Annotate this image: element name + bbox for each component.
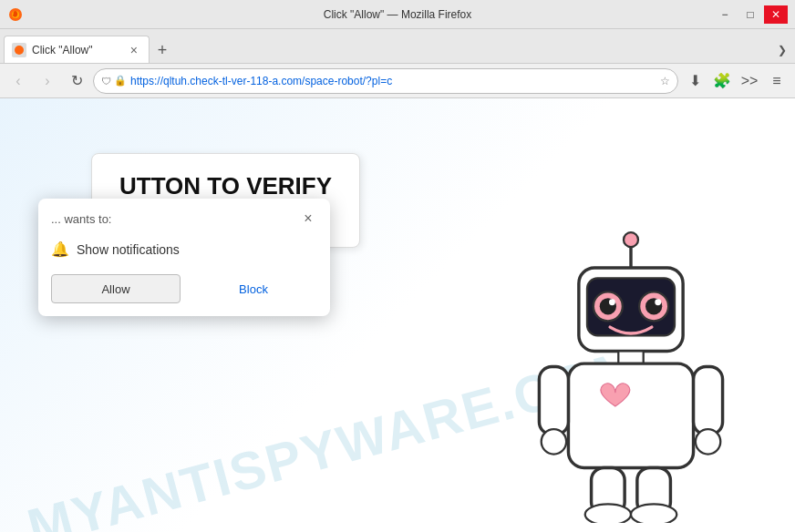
hamburger-menu-button[interactable]: ≡ xyxy=(764,68,790,94)
tab-bar-end: ❯ xyxy=(773,41,791,63)
more-tools-button[interactable]: >> xyxy=(737,68,762,94)
lock-icon: 🔒 xyxy=(114,75,127,87)
shield-icon: 🛡 xyxy=(101,76,111,87)
svg-rect-14 xyxy=(568,363,693,467)
permission-text: Show notifications xyxy=(77,242,180,257)
allow-button[interactable]: Allow xyxy=(51,274,181,303)
bell-icon: 🔔 xyxy=(51,240,69,258)
maximize-button[interactable]: □ xyxy=(738,5,762,24)
popup-close-button[interactable]: × xyxy=(299,210,317,228)
svg-point-21 xyxy=(585,504,631,523)
back-button[interactable]: ‹ xyxy=(5,68,31,94)
notification-popup: ... wants to: × 🔔 Show notifications All… xyxy=(38,199,330,316)
new-tab-button[interactable]: + xyxy=(150,37,175,63)
tab-label: Click "Allow" xyxy=(32,44,93,56)
firefox-icon xyxy=(7,6,24,23)
svg-point-12 xyxy=(655,299,661,305)
svg-rect-15 xyxy=(539,367,568,435)
url-text: https://qltuh.check-tl-ver-118-a.com/spa… xyxy=(130,75,656,87)
svg-point-4 xyxy=(624,232,638,247)
title-bar: Click "Allow" — Mozilla Firefox − □ ✕ xyxy=(0,0,795,29)
address-bar-right: ☆ xyxy=(660,75,670,87)
tab-favicon xyxy=(12,43,26,57)
bookmark-icon[interactable]: ☆ xyxy=(660,75,670,87)
svg-point-22 xyxy=(631,504,676,523)
tab-bar: Click "Allow" × + ❯ xyxy=(0,29,795,64)
downloads-button[interactable]: ⬇ xyxy=(682,68,707,94)
title-bar-left xyxy=(7,6,24,23)
svg-point-17 xyxy=(542,429,566,454)
close-button[interactable]: ✕ xyxy=(764,5,788,24)
navigation-bar: ‹ › ↻ 🛡 🔒 https://qltuh.check-tl-ver-118… xyxy=(0,64,795,98)
svg-point-2 xyxy=(15,46,24,55)
svg-point-11 xyxy=(609,299,615,305)
svg-rect-16 xyxy=(694,367,723,435)
reload-button[interactable]: ↻ xyxy=(64,68,89,94)
address-bar[interactable]: 🛡 🔒 https://qltuh.check-tl-ver-118-a.com… xyxy=(93,68,678,94)
svg-point-18 xyxy=(696,429,720,454)
verify-line1: UTTON TO VERIFY xyxy=(119,172,332,200)
forward-button[interactable]: › xyxy=(35,68,60,94)
svg-rect-13 xyxy=(618,351,643,363)
robot-image xyxy=(521,231,740,523)
title-bar-controls: − □ ✕ xyxy=(713,5,788,24)
block-button[interactable]: Block xyxy=(190,274,317,303)
minimize-button[interactable]: − xyxy=(713,5,737,24)
tab-list-button[interactable]: ❯ xyxy=(773,41,791,59)
active-tab[interactable]: Click "Allow" × xyxy=(4,36,150,63)
window-title: Click "Allow" — Mozilla Firefox xyxy=(324,8,472,21)
popup-buttons: Allow Block xyxy=(51,274,317,303)
popup-permission-row: 🔔 Show notifications xyxy=(51,237,317,261)
popup-wants-to-text: ... wants to: xyxy=(51,212,111,226)
address-bar-security-icons: 🛡 🔒 xyxy=(101,75,127,87)
extensions-button[interactable]: 🧩 xyxy=(709,68,735,94)
content-area: MYANTISPYWARE.COM UTTON TO VERIFY YOU'RE… xyxy=(0,98,795,532)
popup-header: ... wants to: × xyxy=(51,210,317,228)
tab-close-button[interactable]: × xyxy=(127,41,141,59)
nav-right-buttons: ⬇ 🧩 >> ≡ xyxy=(682,68,790,94)
